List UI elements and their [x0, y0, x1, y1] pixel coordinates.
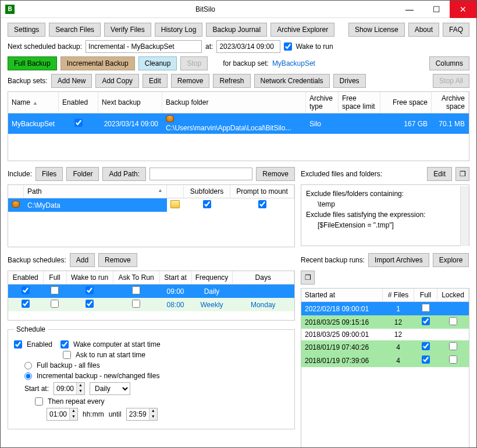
table-checkbox[interactable] [422, 355, 430, 364]
close-button[interactable]: ✕ [450, 1, 476, 18]
table-checkbox[interactable] [74, 119, 83, 127]
table-row[interactable]: 2018/03/25 09:00:01 12 [301, 329, 469, 340]
minimize-button[interactable]: — [396, 1, 423, 18]
full-backup-radio[interactable] [24, 362, 32, 369]
table-checkbox[interactable] [422, 317, 430, 325]
table-row[interactable]: 2022/02/18 09:00:01 1 [301, 302, 469, 316]
next-scheduled-value[interactable] [86, 40, 202, 53]
table-row[interactable]: 2018/01/19 07:40:26 4 [301, 340, 469, 354]
col-files[interactable]: # Files [383, 289, 414, 302]
columns-button[interactable]: Columns [429, 56, 469, 70]
backup-set-name-link[interactable]: MyBackupSet [272, 59, 315, 67]
table-checkbox[interactable] [22, 286, 30, 294]
table-checkbox[interactable] [51, 300, 59, 308]
table-checkbox[interactable] [449, 342, 457, 350]
col-sched-ask[interactable]: Ask To Run [113, 271, 159, 285]
cleanup-button[interactable]: Cleanup [138, 56, 177, 70]
table-checkbox[interactable] [422, 304, 430, 312]
full-backup-button[interactable]: Full Backup [8, 56, 57, 70]
search-files-button[interactable]: Search Files [49, 23, 101, 37]
scrollbar[interactable] [460, 186, 469, 246]
backup-journal-button[interactable]: Backup Journal [206, 23, 267, 37]
repeat-interval-spinner[interactable]: ▲▼ [47, 408, 78, 421]
table-row[interactable]: 08:00 Weekly Monday [8, 298, 294, 311]
col-archive-type[interactable]: Archive type [306, 92, 339, 113]
schedule-enabled-checkbox[interactable] [14, 340, 22, 349]
table-checkbox[interactable] [203, 200, 211, 208]
schedule-ask-checkbox[interactable] [63, 351, 71, 359]
col-backup-folder[interactable]: Backup folder [162, 92, 306, 113]
schedule-wake-checkbox[interactable] [60, 340, 69, 349]
incremental-backup-button[interactable]: Incremental Backup [60, 56, 135, 70]
table-checkbox[interactable] [86, 286, 94, 294]
refresh-button[interactable]: Refresh [213, 74, 250, 88]
col-free-space[interactable]: Free space [380, 92, 432, 113]
schedule-remove-button[interactable]: Remove [98, 253, 137, 267]
next-scheduled-time[interactable] [216, 40, 280, 53]
incremental-backup-radio[interactable] [24, 372, 32, 380]
include-files-button[interactable]: Files [35, 167, 63, 181]
col-archive-space[interactable]: Archive space [432, 92, 469, 113]
add-new-button[interactable]: Add New [51, 74, 92, 88]
table-row[interactable]: 09:00 Daily [8, 285, 294, 298]
table-row[interactable]: 2018/01/19 07:39:06 4 [301, 354, 469, 367]
explore-button[interactable]: Explore [433, 253, 469, 267]
start-at-spinner[interactable]: ▲▼ [54, 382, 85, 395]
col-sched-wake[interactable]: Wake to run [66, 271, 113, 285]
include-folder-button[interactable]: Folder [66, 167, 99, 181]
col-sched-full[interactable]: Full [43, 271, 66, 285]
drives-button[interactable]: Drives [333, 74, 366, 88]
add-path-input[interactable] [149, 168, 252, 180]
about-button[interactable]: About [408, 23, 439, 37]
table-checkbox[interactable] [258, 200, 266, 208]
settings-button[interactable]: Settings [8, 23, 45, 37]
table-checkbox[interactable] [132, 286, 140, 294]
col-sched-start[interactable]: Start at [159, 271, 191, 285]
archive-explorer-button[interactable]: Archive Explorer [270, 23, 334, 37]
until-spinner[interactable]: ▲▼ [126, 408, 158, 421]
col-locked[interactable]: Locked [437, 289, 469, 302]
verify-files-button[interactable]: Verify Files [104, 23, 151, 37]
include-remove-button[interactable]: Remove [256, 167, 295, 181]
table-checkbox[interactable] [51, 286, 59, 294]
add-path-button[interactable]: Add Path: [102, 167, 146, 181]
col-enabled[interactable]: Enabled [59, 92, 98, 113]
frequency-select[interactable]: Daily [90, 382, 130, 395]
network-credentials-button[interactable]: Network Credentials [254, 74, 330, 88]
table-checkbox[interactable] [449, 355, 457, 364]
schedules-table[interactable]: Enabled Full Wake to run Ask To Run Star… [8, 271, 295, 321]
exclude-edit-button[interactable]: Edit [427, 167, 452, 181]
wake-to-run-checkbox[interactable] [284, 42, 292, 51]
table-checkbox[interactable] [422, 342, 430, 350]
col-next-backup[interactable]: Next backup [98, 92, 162, 113]
table-row[interactable]: C:\MyData [8, 198, 294, 212]
col-sched-days[interactable]: Days [232, 271, 294, 285]
col-full[interactable]: Full [414, 289, 437, 302]
col-path[interactable]: Path [27, 187, 42, 195]
col-free-space-limit[interactable]: Free space limit [339, 92, 380, 113]
runs-table[interactable]: Started at # Files Full Locked 2022/02/1… [301, 288, 469, 448]
exclude-popout-icon[interactable]: ❐ [455, 167, 469, 181]
history-log-button[interactable]: History Log [155, 23, 203, 37]
add-copy-button[interactable]: Add Copy [95, 74, 139, 88]
maximize-button[interactable]: ☐ [423, 1, 450, 18]
backup-sets-table[interactable]: Name▲ Enabled Next backup Backup folder … [8, 91, 469, 161]
table-checkbox[interactable] [22, 300, 30, 308]
import-archives-button[interactable]: Import Archives [368, 253, 429, 267]
runs-popout-icon[interactable]: ❐ [301, 271, 315, 285]
table-row[interactable]: MyBackupSet 2023/03/14 09:00 C:\Users\ma… [8, 113, 469, 134]
col-sched-freq[interactable]: Frequency [191, 271, 232, 285]
col-prompt-mount[interactable]: Prompt to mount [230, 185, 294, 198]
then-repeat-checkbox[interactable] [35, 397, 43, 406]
table-checkbox[interactable] [449, 317, 457, 325]
edit-set-button[interactable]: Edit [143, 74, 168, 88]
col-sched-enabled[interactable]: Enabled [8, 271, 43, 285]
faq-button[interactable]: FAQ [443, 23, 469, 37]
show-license-button[interactable]: Show License [348, 23, 405, 37]
include-table[interactable]: Path▲ Subfolders Prompt to mount C:\MyDa… [8, 184, 295, 247]
table-checkbox[interactable] [86, 300, 94, 308]
table-row[interactable]: 2018/03/25 09:15:16 12 [301, 315, 469, 329]
col-name[interactable]: Name [12, 98, 30, 106]
col-started-at[interactable]: Started at [301, 289, 383, 302]
col-subfolders[interactable]: Subfolders [184, 185, 230, 198]
